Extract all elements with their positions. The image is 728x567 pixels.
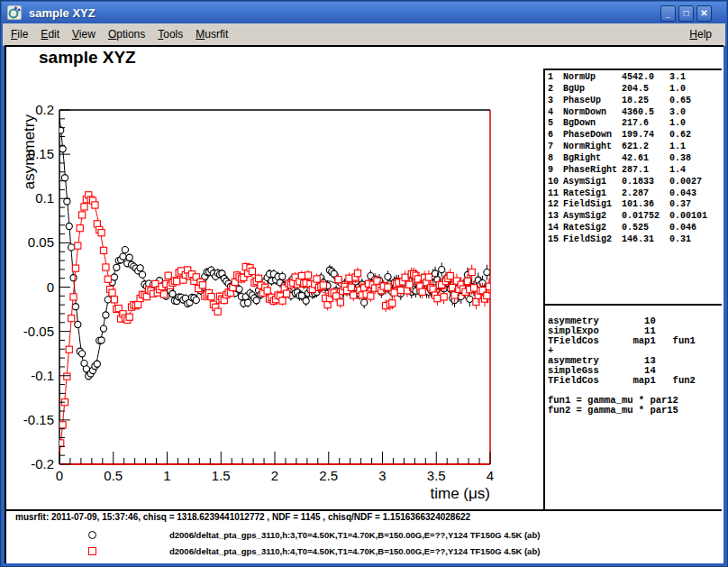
root-canvas: sample XYZ 00.511.522.533.54time (μs)-0.… xyxy=(5,45,723,563)
svg-text:1: 1 xyxy=(163,468,170,483)
param-error: 3.1 xyxy=(669,72,719,82)
titlebar[interactable]: sample XYZ _ □ ✕ xyxy=(2,2,726,23)
param-error: 0.62 xyxy=(669,130,719,140)
param-row: 7NormRight621.21.1 xyxy=(548,141,719,152)
svg-text:3: 3 xyxy=(378,468,386,483)
root-app-icon xyxy=(7,5,22,20)
param-n: 7 xyxy=(548,142,563,151)
maximize-button[interactable]: □ xyxy=(678,5,694,22)
param-n: 10 xyxy=(548,177,563,187)
y-axis-title: asymmetry xyxy=(21,114,38,190)
param-n: 14 xyxy=(548,223,563,233)
param-value: 0.525 xyxy=(622,223,669,233)
param-n: 4 xyxy=(548,107,563,117)
param-row: 9PhaseRight287.11.4 xyxy=(548,164,719,176)
menu-musrfit[interactable]: Musrfit xyxy=(189,28,234,41)
param-n: 13 xyxy=(548,211,563,221)
menu-help[interactable]: Help xyxy=(683,28,718,41)
param-error: 0.38 xyxy=(669,153,719,163)
menu-view[interactable]: View xyxy=(66,28,102,41)
menu-items: FileEditViewOptionsToolsMusrfit xyxy=(3,28,234,41)
svg-text:0.05: 0.05 xyxy=(28,234,54,250)
y-axis: -0.2-0.15-0.1-0.0500.050.10.150.2asymmet… xyxy=(21,102,70,471)
menu-options[interactable]: Options xyxy=(102,28,151,41)
theory-curve xyxy=(59,196,490,454)
param-error: 0.37 xyxy=(669,199,719,209)
menu-tools[interactable]: Tools xyxy=(151,28,189,41)
param-n: 9 xyxy=(548,165,563,175)
svg-text:0.1: 0.1 xyxy=(35,190,54,206)
legend-row: d2006/deltat_pta_gps_3110,h:3,T0=4.50K,T… xyxy=(6,526,723,543)
param-name: NormRight xyxy=(563,142,622,151)
param-row: 2BgUp204.51.0 xyxy=(548,83,719,95)
param-n: 6 xyxy=(548,130,563,140)
param-name: FieldSig2 xyxy=(563,234,622,244)
param-row: 8BgRight42.610.38 xyxy=(548,152,719,164)
param-error: 1.4 xyxy=(669,165,719,175)
param-n: 1 xyxy=(548,72,563,82)
svg-text:-0.15: -0.15 xyxy=(23,412,54,427)
param-name: AsymSig1 xyxy=(563,177,622,187)
param-error: 0.00101 xyxy=(669,211,719,221)
param-value: 0.1833 xyxy=(622,177,669,187)
param-value: 287.1 xyxy=(622,165,669,175)
param-value: 204.5 xyxy=(622,84,669,94)
param-error: 0.043 xyxy=(669,188,719,198)
minimize-button[interactable]: _ xyxy=(660,5,676,22)
param-value: 146.31 xyxy=(622,234,669,244)
svg-text:0: 0 xyxy=(56,468,63,483)
param-value: 0.01752 xyxy=(622,211,669,221)
param-row: 12FieldSig1101.360.37 xyxy=(548,198,719,210)
svg-text:2.5: 2.5 xyxy=(319,468,338,483)
param-row: 5BgDown217.61.0 xyxy=(548,117,719,129)
param-error: 1.1 xyxy=(669,142,719,151)
legend-run-label: d2006/deltat_pta_gps_3110,h:3,T0=4.50K,T… xyxy=(169,530,540,540)
param-name: PhaseRight xyxy=(563,165,622,175)
menu-edit[interactable]: Edit xyxy=(34,28,66,41)
param-value: 621.2 xyxy=(622,142,669,151)
param-name: PhaseDown xyxy=(563,130,622,140)
legend-row: d2006/deltat_pta_gps_3110,h:4,T0=4.50K,T… xyxy=(6,543,723,559)
circle-marker-icon xyxy=(88,531,96,539)
param-value: 4542.0 xyxy=(622,72,669,82)
param-error: 1.0 xyxy=(669,84,719,94)
legend-run-label: d2006/deltat_pta_gps_3110,h:4,T0=4.50K,T… xyxy=(169,546,540,556)
param-row: 15FieldSig2146.310.31 xyxy=(548,233,719,245)
param-n: 5 xyxy=(548,118,563,128)
svg-text:-0.05: -0.05 xyxy=(23,324,54,339)
svg-text:0.2: 0.2 xyxy=(35,102,54,117)
param-row: 13AsymSig20.017520.00101 xyxy=(548,210,719,222)
param-error: 3.0 xyxy=(669,107,719,117)
svg-text:0.5: 0.5 xyxy=(104,468,123,483)
param-name: BgRight xyxy=(563,153,622,163)
param-error: 0.31 xyxy=(669,234,719,244)
menu-file[interactable]: File xyxy=(5,28,34,41)
param-error: 1.0 xyxy=(669,118,719,128)
param-name: RateSig2 xyxy=(563,223,622,233)
svg-text:1.5: 1.5 xyxy=(212,468,231,483)
param-n: 12 xyxy=(548,199,563,209)
menubar: FileEditViewOptionsToolsMusrfit Help xyxy=(3,23,725,46)
svg-text:3.5: 3.5 xyxy=(427,468,446,483)
svg-text:0: 0 xyxy=(47,279,54,295)
param-value: 42.61 xyxy=(622,153,669,163)
close-button[interactable]: ✕ xyxy=(696,5,712,22)
param-row: 11RateSig12.2870.043 xyxy=(548,187,719,199)
fit-status-line: musrfit: 2011-07-09, 15:37:46, chisq = 1… xyxy=(15,512,470,522)
param-name: AsymSig2 xyxy=(563,211,622,221)
param-row: 4NormDown4360.53.0 xyxy=(548,106,719,118)
x-axis: 00.511.522.533.54time (μs) xyxy=(56,452,494,502)
square-marker-icon xyxy=(88,547,96,555)
param-row: 6PhaseDown199.740.62 xyxy=(548,129,719,141)
param-n: 3 xyxy=(548,96,563,105)
theory-box: asymmetry 10 simplExpo 11 TFieldCos map1… xyxy=(548,316,696,416)
x-axis-title: time (μs) xyxy=(431,485,490,502)
param-name: BgDown xyxy=(563,118,622,128)
param-name: BgUp xyxy=(563,84,622,94)
param-row: 3PhaseUp18.250.65 xyxy=(548,95,719,106)
param-value: 2.287 xyxy=(622,188,669,198)
asymmetry-plot[interactable]: 00.511.522.533.54time (μs)-0.2-0.15-0.1-… xyxy=(7,50,542,509)
param-n: 15 xyxy=(548,234,563,244)
param-row: 14RateSig20.5250.046 xyxy=(548,222,719,233)
param-name: NormDown xyxy=(563,107,622,117)
